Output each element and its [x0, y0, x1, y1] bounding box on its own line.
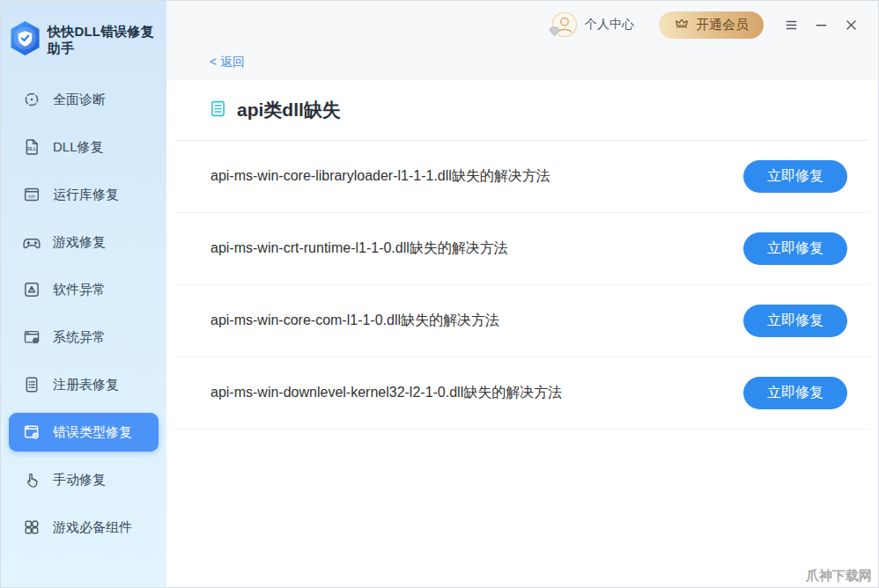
sidebar-item-game-components[interactable]: 游戏必备组件	[9, 503, 159, 551]
minimize-icon[interactable]	[806, 11, 836, 38]
fix-now-button[interactable]: 立即修复	[743, 377, 847, 409]
window-controls	[776, 11, 866, 38]
sidebar-item-game-repair[interactable]: 游戏修复	[9, 218, 159, 266]
app-title: 快快DLL错误修复助手	[48, 24, 161, 57]
fix-now-button[interactable]: 立即修复	[743, 160, 847, 193]
fix-list-row: api-ms-win-downlevel-kernel32-l2-1-0.dll…	[175, 357, 869, 430]
sidebar-item-label: 全面诊断	[53, 92, 106, 108]
dll-file-icon: DLL	[22, 137, 41, 157]
components-grid-icon	[22, 518, 41, 537]
list-document-icon	[209, 99, 227, 121]
dll-issue-name: api-ms-win-crt-runtime-l1-1-0.dll缺失的解决方法	[211, 239, 508, 258]
vip-diamond-badge-icon	[549, 25, 560, 40]
app-logo-shield-icon	[9, 20, 41, 60]
svg-text:DLL: DLL	[27, 146, 37, 151]
sidebar-item-label: 错误类型修复	[53, 424, 132, 441]
page-title-block: api类dll缺失	[175, 80, 869, 141]
fix-now-button[interactable]: 立即修复	[743, 305, 847, 337]
sidebar-item-dll-repair[interactable]: DLL DLL修复	[9, 123, 159, 171]
sidebar: 快快DLL错误修复助手 全面诊断 DLL	[1, 1, 166, 587]
sidebar-item-label: 手动修复	[53, 472, 106, 489]
crown-icon	[674, 16, 690, 34]
back-row: < 返回	[166, 45, 878, 80]
registry-list-icon	[22, 375, 41, 394]
page-title: api类dll缺失	[237, 98, 341, 122]
manual-hand-icon	[22, 470, 41, 489]
site-watermark: 爪神下载网	[806, 568, 872, 584]
open-vip-button[interactable]: 开通会员	[659, 11, 764, 39]
fix-list: api-ms-win-core-libraryloader-l1-1-1.dll…	[175, 141, 869, 430]
dll-issue-name: api-ms-win-core-com-l1-1-0.dll缺失的解决方法	[211, 312, 499, 330]
sidebar-item-system-abnormal[interactable]: 系统异常	[9, 313, 159, 361]
runtime-library-icon: </>	[22, 185, 41, 204]
user-center-link[interactable]: 个人中心	[585, 17, 634, 33]
dll-issue-name: api-ms-win-downlevel-kernel32-l2-1-0.dll…	[211, 384, 562, 402]
sidebar-item-registry-repair[interactable]: 注册表修复	[9, 361, 159, 408]
back-link[interactable]: < 返回	[210, 55, 245, 70]
sidebar-menu: 全面诊断 DLL DLL修复	[1, 72, 166, 551]
topbar: 个人中心 开通会员	[166, 1, 878, 45]
sidebar-item-label: 软件异常	[53, 282, 106, 298]
fix-now-button[interactable]: 立即修复	[743, 232, 847, 265]
menu-icon[interactable]	[776, 11, 806, 38]
main-area: 个人中心 开通会员	[166, 1, 878, 587]
software-warning-icon	[22, 280, 41, 299]
sidebar-item-label: 游戏修复	[53, 234, 106, 251]
app-brand: 快快DLL错误修复助手	[1, 1, 166, 72]
fix-list-row: api-ms-win-core-com-l1-1-0.dll缺失的解决方法 立即…	[175, 285, 869, 357]
sidebar-item-label: DLL修复	[53, 139, 104, 156]
sidebar-item-software-abnormal[interactable]: 软件异常	[9, 266, 159, 313]
error-type-icon	[22, 423, 41, 442]
sidebar-item-label: 游戏必备组件	[53, 519, 132, 536]
open-vip-label: 开通会员	[696, 17, 749, 33]
app-window: 快快DLL错误修复助手 全面诊断 DLL	[0, 0, 879, 588]
system-gear-icon	[22, 327, 41, 347]
close-icon[interactable]	[836, 11, 866, 38]
sidebar-item-runtime-repair[interactable]: </> 运行库修复	[9, 171, 159, 218]
fix-list-row: api-ms-win-core-libraryloader-l1-1-1.dll…	[175, 141, 869, 213]
diagnose-target-icon	[22, 90, 41, 109]
gamepad-icon	[22, 232, 41, 252]
user-avatar[interactable]	[551, 11, 578, 38]
svg-text:</>: </>	[28, 194, 36, 199]
sidebar-item-manual-repair[interactable]: 手动修复	[9, 456, 159, 503]
sidebar-item-full-diagnosis[interactable]: 全面诊断	[9, 76, 159, 123]
sidebar-item-label: 运行库修复	[53, 187, 119, 203]
sidebar-item-error-type-repair[interactable]: 错误类型修复	[9, 413, 159, 452]
fix-list-row: api-ms-win-crt-runtime-l1-1-0.dll缺失的解决方法…	[175, 213, 869, 285]
dll-issue-name: api-ms-win-core-libraryloader-l1-1-1.dll…	[211, 167, 550, 186]
sidebar-item-label: 系统异常	[53, 329, 106, 346]
sidebar-item-label: 注册表修复	[53, 377, 119, 393]
top-strip: 个人中心 开通会员	[166, 1, 878, 80]
